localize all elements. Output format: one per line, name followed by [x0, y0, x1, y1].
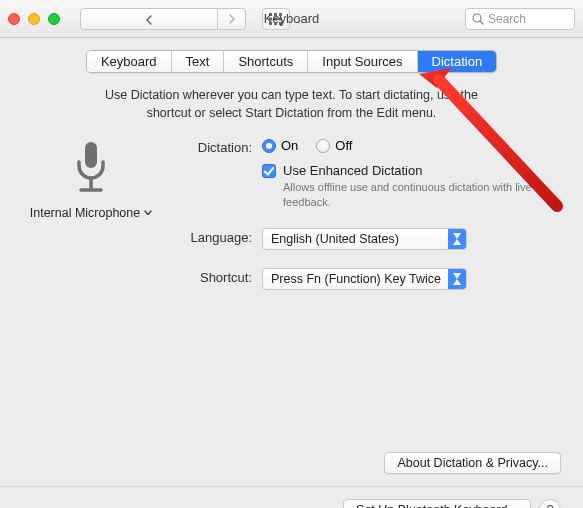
svg-rect-5	[279, 17, 282, 20]
content-area: Keyboard Text Shortcuts Input Sources Di…	[0, 38, 583, 508]
tab-bar: Keyboard Text Shortcuts Input Sources Di…	[22, 50, 561, 73]
enhanced-dictation-checkbox[interactable]	[262, 164, 276, 178]
microphone-icon	[67, 140, 115, 196]
shortcut-value: Press Fn (Function) Key Twice	[263, 272, 448, 286]
titlebar: Keyboard	[0, 0, 583, 38]
chevron-right-icon	[228, 14, 236, 24]
microphone-select[interactable]: Internal Microphone	[30, 206, 152, 220]
language-value: English (United States)	[263, 232, 448, 246]
search-icon	[472, 13, 484, 25]
enhanced-dictation-subtext: Allows offline use and continuous dictat…	[283, 180, 561, 210]
radio-on-label: On	[281, 138, 298, 153]
svg-rect-8	[279, 22, 282, 25]
tab-shortcuts[interactable]: Shortcuts	[224, 51, 308, 72]
window-controls	[8, 13, 60, 25]
about-dictation-button[interactable]: About Dictation & Privacy...	[384, 452, 561, 474]
show-all-button[interactable]	[262, 8, 290, 30]
shortcut-popup[interactable]: Press Fn (Function) Key Twice	[262, 268, 467, 290]
grid-icon	[269, 13, 283, 25]
svg-line-10	[480, 21, 483, 24]
help-button[interactable]: ?	[539, 499, 561, 508]
svg-rect-0	[269, 13, 272, 16]
tab-keyboard[interactable]: Keyboard	[87, 51, 172, 72]
popup-arrows-icon	[448, 269, 466, 289]
search-input[interactable]	[488, 12, 568, 26]
popup-arrows-icon	[448, 229, 466, 249]
language-label: Language:	[180, 228, 252, 245]
dictation-off-radio[interactable]: Off	[316, 138, 352, 153]
minimize-window[interactable]	[28, 13, 40, 25]
svg-rect-11	[85, 142, 97, 168]
enhanced-dictation-label: Use Enhanced Dictation	[283, 163, 561, 178]
keyboard-prefs-window: Keyboard Keyboard Text Shortcuts Input S…	[0, 0, 583, 508]
chevron-down-icon	[144, 210, 152, 216]
microphone-label: Internal Microphone	[30, 206, 140, 220]
forward-button[interactable]	[218, 8, 246, 30]
bluetooth-keyboard-button[interactable]: Set Up Bluetooth Keyboard...	[343, 499, 531, 508]
svg-rect-1	[274, 13, 277, 16]
tab-text[interactable]: Text	[172, 51, 225, 72]
svg-rect-2	[279, 13, 282, 16]
search-field[interactable]	[465, 8, 575, 30]
dictation-label: Dictation:	[180, 138, 252, 155]
svg-rect-7	[274, 22, 277, 25]
close-window[interactable]	[8, 13, 20, 25]
svg-rect-6	[269, 22, 272, 25]
radio-off-label: Off	[335, 138, 352, 153]
back-button[interactable]	[80, 8, 218, 30]
dictation-on-radio[interactable]: On	[262, 138, 298, 153]
svg-rect-4	[274, 17, 277, 20]
nav-buttons	[80, 8, 246, 30]
svg-rect-3	[269, 17, 272, 20]
tab-dictation[interactable]: Dictation	[418, 51, 497, 72]
description-text: Use Dictation wherever you can type text…	[82, 87, 502, 122]
divider	[0, 486, 583, 487]
zoom-window[interactable]	[48, 13, 60, 25]
language-popup[interactable]: English (United States)	[262, 228, 467, 250]
microphone-column: Internal Microphone	[22, 138, 160, 290]
tab-input-sources[interactable]: Input Sources	[308, 51, 417, 72]
shortcut-label: Shortcut:	[180, 268, 252, 285]
chevron-left-icon	[145, 15, 153, 25]
